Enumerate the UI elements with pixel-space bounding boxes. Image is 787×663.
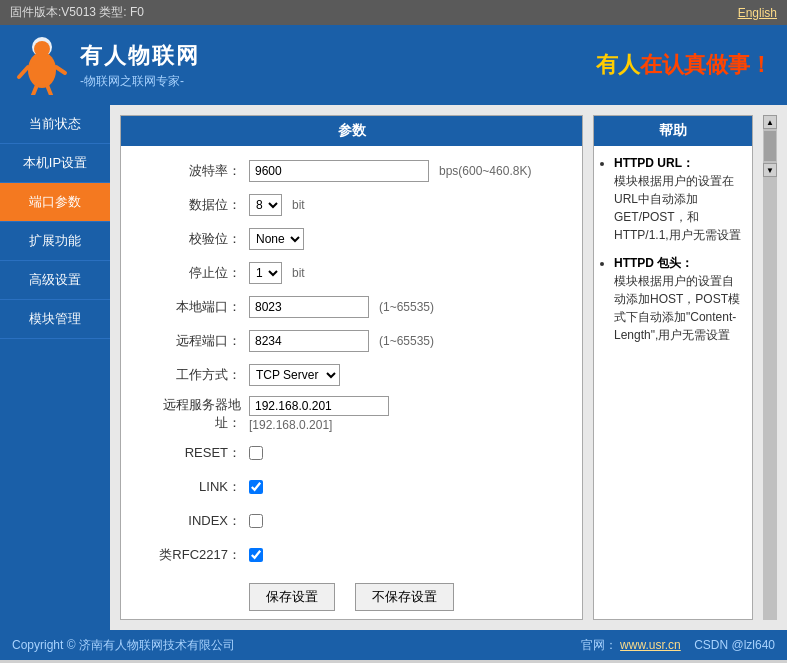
reset-label: RESET： (141, 444, 241, 462)
params-panel-body: 波特率： bps(600~460.8K) 数据位： 5 6 7 8 (121, 146, 582, 630)
stop-bits-select[interactable]: 1 2 (249, 262, 282, 284)
sidebar: 当前状态 本机IP设置 端口参数 扩展功能 高级设置 模块管理 (0, 105, 110, 630)
baud-rate-hint: bps(600~460.8K) (439, 164, 531, 178)
help-panel-header: 帮助 (594, 116, 752, 146)
index-checkbox[interactable] (249, 514, 263, 528)
sidebar-item-extended[interactable]: 扩展功能 (0, 222, 110, 261)
help-panel-body: HTTPD URL： 模块根据用户的设置在URL中自动添加GET/POST，和H… (594, 146, 752, 362)
index-controls (249, 514, 562, 528)
local-port-row: 本地端口： (1~65535) (141, 294, 562, 320)
footer-right: 官网： www.usr.cn CSDN @lzl640 (581, 637, 775, 654)
main-layout: 当前状态 本机IP设置 端口参数 扩展功能 高级设置 模块管理 参数 波特率： … (0, 105, 787, 630)
sidebar-item-port-params[interactable]: 端口参数 (0, 183, 110, 222)
buttons-row: 保存设置 不保存设置 (141, 583, 562, 621)
remote-port-hint: (1~65535) (379, 334, 434, 348)
slogan-suffix: 在认真做事！ (640, 52, 772, 77)
stop-bits-row: 停止位： 1 2 bit (141, 260, 562, 286)
svg-point-2 (28, 52, 56, 88)
language-switch[interactable]: English (738, 6, 777, 20)
work-mode-controls: TCP Server TCP Client UDP Server UDP Cli… (249, 364, 562, 386)
header-left: ® 有人物联网 -物联网之联网专家- (15, 35, 200, 95)
local-port-input[interactable] (249, 296, 369, 318)
stop-bits-label: 停止位： (141, 264, 241, 282)
reset-checkbox[interactable] (249, 446, 263, 460)
help-item-2-title: HTTPD 包头： (614, 256, 693, 270)
sidebar-item-local-ip[interactable]: 本机IP设置 (0, 144, 110, 183)
scrollbar-thumb[interactable] (764, 131, 776, 161)
local-port-hint: (1~65535) (379, 300, 434, 314)
svg-point-3 (34, 41, 50, 57)
index-row: INDEX： (141, 508, 562, 534)
slogan-prefix: 有人 (596, 52, 640, 77)
scrollbar-down-button[interactable]: ▼ (763, 163, 777, 177)
work-mode-row: 工作方式： TCP Server TCP Client UDP Server U… (141, 362, 562, 388)
link-row: LINK： (141, 474, 562, 500)
brand-name: 有人物联网 (80, 41, 200, 71)
remote-addr-controls: [192.168.0.201] (249, 396, 562, 432)
footer-copyright: Copyright © 济南有人物联网技术有限公司 (12, 637, 235, 654)
stop-bits-unit: bit (292, 266, 305, 280)
top-bar: 固件版本:V5013 类型: F0 English (0, 0, 787, 25)
data-bits-select[interactable]: 5 6 7 8 (249, 194, 282, 216)
remote-addr-row: 远程服务器地址： [192.168.0.201] (141, 396, 562, 432)
rfc2217-checkbox[interactable] (249, 548, 263, 562)
index-label: INDEX： (141, 512, 241, 530)
reset-controls (249, 446, 562, 460)
brand-text: 有人物联网 -物联网之联网专家- (80, 41, 200, 90)
remote-addr-group: [192.168.0.201] (249, 396, 389, 432)
work-mode-select[interactable]: TCP Server TCP Client UDP Server UDP Cli… (249, 364, 340, 386)
remote-addr-hint: [192.168.0.201] (249, 418, 389, 432)
brand-sub: -物联网之联网专家- (80, 73, 200, 90)
parity-select[interactable]: None Odd Even (249, 228, 304, 250)
baud-rate-label: 波特率： (141, 162, 241, 180)
baud-rate-controls: bps(600~460.8K) (249, 160, 562, 182)
footer-csdn: CSDN @lzl640 (694, 638, 775, 652)
help-item-2: HTTPD 包头： 模块根据用户的设置自动添加HOST，POST模式下自动添加"… (614, 254, 744, 344)
save-button[interactable]: 保存设置 (249, 583, 335, 611)
firmware-info: 固件版本:V5013 类型: F0 (10, 4, 144, 21)
reset-row: RESET： (141, 440, 562, 466)
no-save-button[interactable]: 不保存设置 (355, 583, 454, 611)
svg-line-7 (47, 85, 51, 95)
svg-line-5 (56, 67, 65, 73)
footer: Copyright © 济南有人物联网技术有限公司 官网： www.usr.cn… (0, 630, 787, 660)
help-item-1-title: HTTPD URL： (614, 156, 694, 170)
header-slogan: 有人在认真做事！ (596, 50, 772, 80)
footer-official-url[interactable]: www.usr.cn (620, 638, 681, 652)
work-mode-label: 工作方式： (141, 366, 241, 384)
scrollbar-up-button[interactable]: ▲ (763, 115, 777, 129)
params-panel: 参数 波特率： bps(600~460.8K) 数据位： 5 (120, 115, 583, 620)
baud-rate-row: 波特率： bps(600~460.8K) (141, 158, 562, 184)
footer-official-label: 官网： (581, 638, 617, 652)
remote-port-label: 远程端口： (141, 332, 241, 350)
remote-port-row: 远程端口： (1~65535) (141, 328, 562, 354)
svg-line-4 (19, 67, 28, 77)
link-label: LINK： (141, 478, 241, 496)
data-bits-label: 数据位： (141, 196, 241, 214)
help-item-1-text: 模块根据用户的设置在URL中自动添加GET/POST，和HTTP/1.1,用户无… (614, 174, 741, 242)
data-bits-controls: 5 6 7 8 bit (249, 194, 562, 216)
help-panel: 帮助 HTTPD URL： 模块根据用户的设置在URL中自动添加GET/POST… (593, 115, 753, 620)
sidebar-item-current-status[interactable]: 当前状态 (0, 105, 110, 144)
remote-addr-label: 远程服务器地址： (141, 396, 241, 432)
sidebar-item-module-manage[interactable]: 模块管理 (0, 300, 110, 339)
help-list: HTTPD URL： 模块根据用户的设置在URL中自动添加GET/POST，和H… (602, 154, 744, 344)
params-panel-header: 参数 (121, 116, 582, 146)
sidebar-item-advanced[interactable]: 高级设置 (0, 261, 110, 300)
svg-line-6 (33, 85, 37, 95)
link-checkbox[interactable] (249, 480, 263, 494)
scrollbar-track: ▲ ▼ (763, 115, 777, 620)
stop-bits-controls: 1 2 bit (249, 262, 562, 284)
link-controls (249, 480, 562, 494)
data-bits-row: 数据位： 5 6 7 8 bit (141, 192, 562, 218)
rfc2217-controls (249, 548, 562, 562)
remote-port-input[interactable] (249, 330, 369, 352)
local-port-label: 本地端口： (141, 298, 241, 316)
header: ® 有人物联网 -物联网之联网专家- 有人在认真做事！ (0, 25, 787, 105)
parity-label: 校验位： (141, 230, 241, 248)
local-port-controls: (1~65535) (249, 296, 562, 318)
remote-port-controls: (1~65535) (249, 330, 562, 352)
remote-addr-input[interactable] (249, 396, 389, 416)
parity-controls: None Odd Even (249, 228, 562, 250)
baud-rate-input[interactable] (249, 160, 429, 182)
